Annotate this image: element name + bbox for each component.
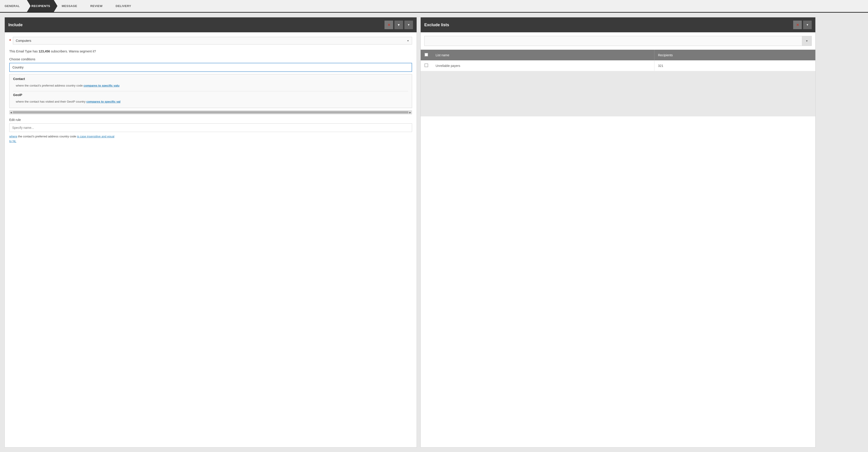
exclude-close-button[interactable]: ✕ [793,21,802,29]
main-content: Include ✕ ▼ ▼ * Computers ▼ [0,13,868,452]
rule-description-text: the contact's preferred address country … [18,135,77,138]
breadcrumb-message[interactable]: MESSAGE [57,0,85,12]
subscriber-suffix: subscribers. Wanna segment it? [50,50,96,53]
geoip-condition-link[interactable]: compares to specific val [86,100,121,103]
breadcrumb-message-label: MESSAGE [62,4,77,8]
include-panel-body: * Computers ▼ This Email Type has 123,45… [5,32,416,148]
contact-group-title: Contact [13,77,408,81]
include-filter-button[interactable]: ▼ [395,21,403,29]
include-panel: Include ✕ ▼ ▼ * Computers ▼ [4,17,417,448]
scroll-thumb[interactable] [13,111,408,114]
row-list-name: Unreliable payers [432,60,654,71]
close-icon: ✕ [796,23,799,27]
col-header-recipients: Recipients [654,50,808,60]
breadcrumb-general[interactable]: GENERAL [0,0,27,12]
scroll-left-arrow[interactable]: ◀ [10,111,12,114]
exclude-dropdown-button[interactable]: ▼ [803,21,812,29]
table-row: Unreliable payers 321 [421,60,815,71]
breadcrumb-delivery-label: DELIVERY [116,4,131,8]
filter-icon: ▼ [397,23,400,27]
include-panel-title: Include [8,23,23,27]
exclude-dropdown-btn[interactable]: ▼ [802,36,811,46]
table-header-row: List name Recipients [421,50,815,60]
exclude-search-row: ▼ [421,32,815,50]
scroll-right-arrow[interactable]: ▶ [409,111,411,114]
row-checkbox[interactable] [425,64,428,67]
row-checkbox-cell [421,60,432,71]
row-sort [808,60,815,71]
col-header-sort [808,50,815,60]
breadcrumb-review-label: REVIEW [90,4,102,8]
geoip-condition-text: where the contact has visited and their … [16,100,86,103]
breadcrumb-delivery[interactable]: DELIVERY [111,0,138,12]
include-dropdown-button[interactable]: ▼ [404,21,413,29]
rule-name-input[interactable] [9,123,412,132]
contact-condition-text: where the contact's preferred address co… [16,84,84,87]
breadcrumb-review[interactable]: REVIEW [84,0,112,12]
email-type-value: Computers [16,39,31,42]
required-star: * [9,38,11,43]
email-type-dropdown[interactable]: Computers ▼ [13,37,412,44]
breadcrumb-general-label: GENERAL [4,4,20,8]
rule-where-link[interactable]: where [9,135,17,138]
chevron-down-icon: ▼ [407,23,410,27]
horizontal-scrollbar[interactable]: ◀ ▶ [9,110,412,115]
choose-conditions-label: Choose conditions [9,57,412,61]
row-recipients: 321 [654,60,808,71]
chevron-down-icon: ▼ [806,39,808,42]
email-type-arrow: ▼ [407,39,409,42]
select-all-checkbox[interactable] [425,53,428,57]
conditions-dropdown: Contact where the contact's preferred ad… [9,74,412,108]
rule-description: where the contact's preferred address co… [9,134,412,144]
subscriber-prefix: This Email Type has [9,50,39,53]
exclude-empty-area [421,71,815,117]
include-close-button[interactable]: ✕ [384,21,393,29]
subscriber-info: This Email Type has 123,456 subscribers.… [9,49,412,54]
contact-condition-item[interactable]: where the contact's preferred address co… [13,82,408,89]
exclude-header-buttons: ✕ ▼ [793,21,812,29]
condition-separator [13,91,408,91]
breadcrumb-recipients[interactable]: RECIPIENTS [27,0,57,12]
exclude-panel-header: Exclude lists ✕ ▼ [421,18,815,32]
exclude-search-input[interactable] [425,37,802,45]
subscriber-count: 123,456 [39,50,50,53]
exclude-dropdown: ▼ [424,36,812,46]
exclude-panel-title: Exclude lists [424,23,449,27]
exclude-panel: Exclude lists ✕ ▼ ▼ [421,17,815,448]
email-type-row: * Computers ▼ [9,37,412,44]
geoip-condition-item[interactable]: where the contact has visited and their … [13,98,408,105]
lists-table: List name Recipients Unreliable payers 3… [421,50,815,71]
include-panel-header: Include ✕ ▼ ▼ [5,18,416,32]
chevron-down-icon: ▼ [806,23,809,27]
close-icon: ✕ [388,23,391,27]
col-header-checkbox [421,50,432,60]
contact-condition-link[interactable]: compares to specific valu [84,84,119,87]
include-header-buttons: ✕ ▼ ▼ [384,21,413,29]
table-body: Unreliable payers 321 [421,60,815,71]
geoip-group-title: GeoIP [13,93,408,97]
edit-rule-label: Edit rule [9,118,412,122]
breadcrumb-nav: GENERAL RECIPIENTS MESSAGE REVIEW DELIVE… [0,0,868,13]
conditions-input[interactable] [9,63,412,72]
breadcrumb-recipients-label: RECIPIENTS [31,4,50,8]
col-header-list-name: List name [432,50,654,60]
